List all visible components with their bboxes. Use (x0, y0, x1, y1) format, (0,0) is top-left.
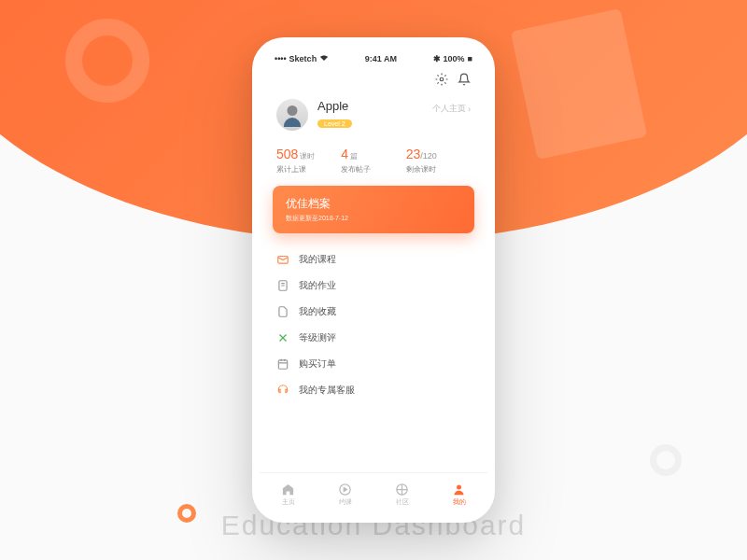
menu-item-support[interactable]: 我的专属客服 (276, 377, 471, 403)
stat-unit: 课时 (300, 152, 315, 161)
status-time: 9:41 AM (365, 54, 397, 63)
homepage-label: 个人主页 (432, 103, 466, 115)
menu-item-level-test[interactable]: 等级测评 (276, 325, 471, 351)
tab-profile[interactable]: 我的 (430, 473, 487, 515)
menu-item-favorites[interactable]: 我的收藏 (276, 299, 471, 325)
stat-unit: 篇 (350, 152, 358, 161)
stat-item[interactable]: 23/120 剩余课时 (406, 146, 471, 175)
signal-icon: •••• (275, 54, 287, 63)
menu-label: 我的收藏 (299, 305, 336, 318)
settings-icon[interactable] (435, 73, 448, 90)
tab-bar: 主页 约课 社区 我的 (260, 472, 487, 515)
phone-mockup: •••• Sketch 9:41 AM ✱ 100% ■ Apple Level… (252, 37, 495, 523)
stat-label: 累计上课 (276, 164, 341, 175)
username: Apple (317, 99, 432, 113)
file-icon (276, 305, 289, 318)
calendar-icon (276, 357, 289, 371)
stat-value: 4 (341, 147, 348, 161)
menu-label: 我的课程 (299, 253, 336, 266)
stat-value: 508 (276, 147, 298, 161)
bg-decoration-circle (650, 444, 682, 476)
tab-label: 我的 (453, 497, 466, 507)
status-bar: •••• Sketch 9:41 AM ✱ 100% ■ (260, 45, 487, 69)
profile-archive-banner[interactable]: 优佳档案 数据更新至2018-7-12 (273, 186, 474, 233)
tab-label: 社区 (396, 497, 409, 507)
level-badge: Level 2 (317, 119, 352, 128)
stat-label: 发布帖子 (341, 164, 405, 175)
headset-icon (276, 384, 289, 397)
wifi-icon (319, 54, 329, 63)
mail-icon (276, 253, 289, 266)
menu-item-courses[interactable]: 我的课程 (276, 246, 471, 273)
battery-icon: ■ (468, 54, 472, 63)
chevron-right-icon: › (468, 105, 471, 114)
carrier-text: Sketch (289, 54, 317, 63)
menu-label: 我的作业 (299, 279, 336, 292)
stat-max: /120 (420, 151, 437, 161)
stat-item[interactable]: 4篇 发布帖子 (341, 146, 405, 175)
profile-section: Apple Level 2 个人主页 › (260, 91, 487, 140)
doc-icon (276, 279, 289, 292)
tab-label: 主页 (282, 497, 295, 507)
homepage-link[interactable]: 个人主页 › (432, 103, 471, 115)
bell-icon[interactable] (458, 73, 471, 90)
banner-title: 优佳档案 (286, 196, 461, 212)
stat-item[interactable]: 508课时 累计上课 (276, 146, 341, 175)
svg-point-0 (440, 77, 444, 81)
svg-point-6 (457, 484, 461, 489)
stats-row: 508课时 累计上课 4篇 发布帖子 23/120 剩余课时 (260, 140, 487, 186)
avatar[interactable] (276, 99, 308, 131)
stat-value: 23 (406, 147, 421, 161)
banner-subtitle: 数据更新至2018-7-12 (286, 214, 461, 223)
menu-item-homework[interactable]: 我的作业 (276, 273, 471, 299)
tab-community[interactable]: 社区 (374, 473, 430, 515)
menu-label: 购买订单 (299, 357, 336, 371)
tab-booking[interactable]: 约课 (317, 473, 374, 515)
cross-icon (276, 331, 289, 344)
stat-label: 剩余课时 (406, 164, 471, 175)
menu-list: 我的课程 我的作业 我的收藏 等级测评 购买订单 我的专属客服 (260, 246, 487, 403)
menu-label: 等级测评 (299, 331, 336, 344)
bg-decoration-circle (65, 19, 149, 103)
menu-label: 我的专属客服 (299, 384, 355, 397)
battery-text: 100% (444, 54, 465, 63)
tab-home[interactable]: 主页 (260, 473, 317, 515)
svg-rect-3 (278, 360, 287, 369)
tab-label: 约课 (339, 497, 352, 507)
bluetooth-icon: ✱ (433, 54, 441, 63)
menu-item-orders[interactable]: 购买订单 (276, 351, 471, 377)
